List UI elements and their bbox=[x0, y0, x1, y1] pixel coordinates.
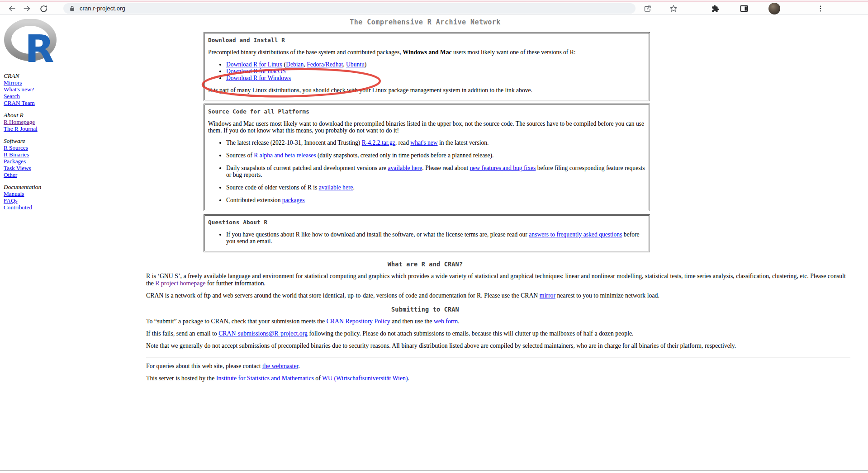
forward-button[interactable] bbox=[22, 3, 33, 14]
link-download-r-for-linux[interactable]: Download R for Linux bbox=[226, 61, 282, 68]
link-answers-to-frequently-asked-questions[interactable]: answers to frequently asked questions bbox=[529, 231, 622, 238]
reload-icon bbox=[39, 5, 48, 13]
link-r-4-2-2-tar-gz[interactable]: R-4.2.2.tar.gz bbox=[362, 139, 395, 146]
link-download-r-for-windows[interactable]: Download R for Windows bbox=[226, 75, 291, 81]
svg-text:R: R bbox=[25, 27, 54, 65]
sidebar-link-other[interactable]: Other bbox=[4, 171, 139, 178]
list-item-macos: Download R for macOS bbox=[226, 68, 646, 75]
list-item-older-versions: Source code of older versions of R is av… bbox=[226, 184, 646, 191]
sidebar-section-documentation: DocumentationManualsFAQsContributed bbox=[4, 184, 139, 211]
list-item-latest-release: The latest release (2022-10-31, Innocent… bbox=[226, 139, 646, 146]
sidebar-link-contributed[interactable]: Contributed bbox=[4, 204, 139, 211]
sidebar-section-about-r: About RR HomepageThe R Journal bbox=[4, 112, 139, 132]
sidebar-link-r-binaries[interactable]: R Binaries bbox=[4, 151, 139, 158]
sidebar-section-title: Software bbox=[4, 137, 139, 144]
what-paragraph-2: CRAN is a network of ftp and web servers… bbox=[146, 292, 850, 299]
page-content: The Comprehensive R Archive Network Down… bbox=[146, 15, 850, 387]
link-available-here[interactable]: available here bbox=[319, 184, 353, 191]
menu-button[interactable] bbox=[815, 3, 826, 14]
questions-list: If you have questions about R like how t… bbox=[208, 231, 646, 245]
share-icon bbox=[643, 5, 652, 13]
link-wu-wirtschaftsuniversit-t-wien[interactable]: WU (Wirtschaftsuniversität Wien) bbox=[322, 375, 408, 382]
link-r-project-homepage[interactable]: R project homepage bbox=[155, 280, 205, 287]
footer-webmaster: For queries about this web site, please … bbox=[146, 363, 850, 370]
bookmark-star-button[interactable] bbox=[668, 3, 679, 14]
sidebar-link-r-homepage[interactable]: R Homepage bbox=[4, 118, 139, 125]
sidebar-section-title: Documentation bbox=[4, 184, 139, 190]
sidebar-link-cran-team[interactable]: CRAN Team bbox=[4, 99, 139, 106]
reload-button[interactable] bbox=[38, 3, 49, 14]
link-cran-submissions-r-project-org[interactable]: CRAN-submissions@R-project.org bbox=[218, 330, 308, 337]
sidebar-link-r-sources[interactable]: R Sources bbox=[4, 144, 139, 151]
sidebar-nav: CRANMirrorsWhat's new?SearchCRAN TeamAbo… bbox=[4, 72, 139, 211]
back-button[interactable] bbox=[6, 3, 17, 14]
browser-window: cran.r-project.org bbox=[0, 0, 868, 473]
source-code-box: Source Code for all Platforms Windows an… bbox=[204, 104, 650, 211]
star-icon bbox=[669, 4, 678, 13]
list-item-linux: Download R for Linux (Debian, Fedora/Red… bbox=[226, 61, 646, 68]
lock-icon bbox=[69, 5, 76, 12]
submitting-to-cran-heading: Submitting to CRAN bbox=[146, 306, 704, 313]
link-cran-repository-policy[interactable]: CRAN Repository Policy bbox=[327, 318, 390, 325]
link-r-alpha-and-beta-releases[interactable]: R alpha and beta releases bbox=[254, 152, 316, 159]
profile-avatar[interactable] bbox=[768, 3, 780, 14]
side-panel-button[interactable] bbox=[739, 3, 749, 14]
link-mirror[interactable]: mirror bbox=[540, 292, 555, 299]
sidebar-link-the-r-journal[interactable]: The R Journal bbox=[4, 125, 139, 132]
link-fedora-redhat[interactable]: Fedora/Redhat bbox=[307, 61, 343, 68]
what-are-r-and-cran-heading: What are R and CRAN? bbox=[146, 260, 704, 268]
what-paragraph-1: R is ‘GNU S’, a freely available languag… bbox=[146, 273, 850, 287]
sidebar: R CRANMirrorsWhat's new?SearchCRAN TeamA… bbox=[4, 19, 139, 211]
sidebar-section-title: About R bbox=[4, 112, 139, 118]
submit-paragraph-3: Note that we generally do not accept sub… bbox=[146, 342, 850, 350]
footer-divider bbox=[146, 357, 850, 358]
link-web-form[interactable]: web form bbox=[434, 318, 458, 325]
sidebar-link-task-views[interactable]: Task Views bbox=[4, 165, 139, 171]
share-button[interactable] bbox=[642, 3, 653, 14]
link-packages[interactable]: packages bbox=[282, 197, 305, 203]
link-what-s-new[interactable]: what's new bbox=[410, 139, 437, 146]
sidebar-section-software: SoftwareR SourcesR BinariesPackagesTask … bbox=[4, 137, 139, 178]
browser-toolbar: cran.r-project.org bbox=[0, 2, 868, 15]
sidebar-section-cran: CRANMirrorsWhat's new?SearchCRAN Team bbox=[4, 72, 139, 106]
list-item-alpha-beta: Sources of R alpha and beta releases (da… bbox=[226, 152, 646, 159]
forward-arrow-icon bbox=[23, 4, 32, 13]
source-list: The latest release (2022-10-31, Innocent… bbox=[208, 139, 646, 203]
sidebar-link-search[interactable]: Search bbox=[4, 93, 139, 99]
puzzle-piece-icon bbox=[711, 5, 720, 13]
bold-text: Windows and Mac bbox=[403, 49, 452, 56]
sidebar-link-packages[interactable]: Packages bbox=[4, 158, 139, 165]
sidebar-link-what-s-new[interactable]: What's new? bbox=[4, 86, 139, 93]
address-bar[interactable]: cran.r-project.org bbox=[63, 3, 636, 14]
sidebar-link-manuals[interactable]: Manuals bbox=[4, 190, 139, 197]
sidebar-link-faqs[interactable]: FAQs bbox=[4, 197, 139, 204]
download-links-list: Download R for Linux (Debian, Fedora/Red… bbox=[208, 61, 646, 81]
download-box-title: Download and Install R bbox=[208, 37, 646, 43]
link-the-webmaster[interactable]: the webmaster bbox=[262, 363, 298, 369]
sidebar-link-mirrors[interactable]: Mirrors bbox=[4, 79, 139, 86]
list-item-faq: If you have questions about R like how t… bbox=[226, 231, 646, 245]
link-ubuntu[interactable]: Ubuntu bbox=[346, 61, 365, 68]
link-available-here[interactable]: available here bbox=[388, 165, 422, 171]
extensions-button[interactable] bbox=[710, 3, 721, 14]
list-item-daily-snapshots: Daily snapshots of current patched and d… bbox=[226, 165, 646, 178]
link-institute-for-statistics-and-mathematics[interactable]: Institute for Statistics and Mathematics bbox=[216, 375, 314, 382]
link-debian[interactable]: Debian bbox=[286, 61, 304, 68]
link-download-r-for-macos[interactable]: Download R for macOS bbox=[226, 68, 286, 75]
download-intro: Precompiled binary distributions of the … bbox=[208, 49, 645, 56]
url-text: cran.r-project.org bbox=[80, 5, 125, 12]
page-title: The Comprehensive R Archive Network bbox=[146, 18, 704, 26]
footer-hosted-by: This server is hosted by the Institute f… bbox=[146, 375, 850, 382]
questions-box-title: Questions About R bbox=[208, 219, 646, 226]
source-box-title: Source Code for all Platforms bbox=[208, 108, 646, 115]
three-dot-menu-icon bbox=[816, 5, 825, 13]
sidebar-section-title: CRAN bbox=[4, 72, 139, 79]
back-arrow-icon bbox=[7, 4, 16, 13]
side-panel-icon bbox=[740, 4, 749, 13]
submit-paragraph-1: To “submit” a package to CRAN, check tha… bbox=[146, 318, 850, 325]
list-item-windows: Download R for Windows bbox=[226, 75, 646, 81]
list-item-contributed-packages: Contributed extension packages bbox=[226, 197, 646, 203]
link-new-features-and-bug-fixes[interactable]: new features and bug fixes bbox=[470, 165, 536, 171]
submit-paragraph-2: If this fails, send an email to CRAN-sub… bbox=[146, 330, 850, 337]
questions-box: Questions About R If you have questions … bbox=[204, 214, 650, 252]
